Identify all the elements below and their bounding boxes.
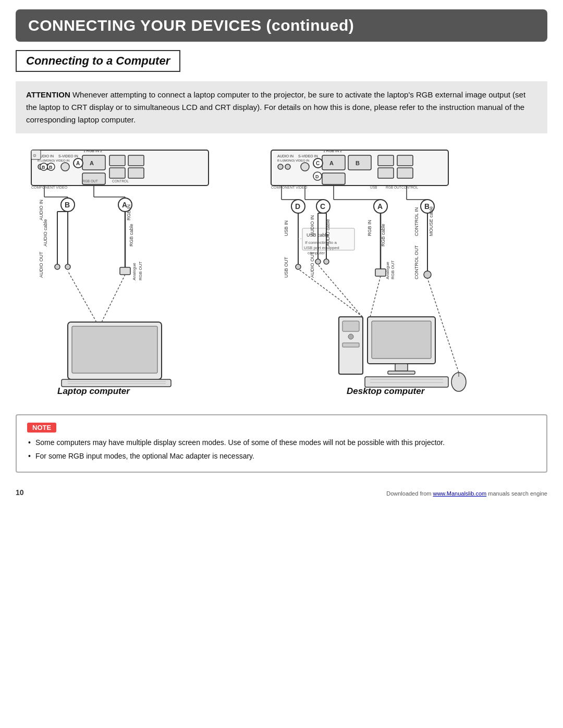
- svg-text:1    RGB IN    2: 1 RGB IN 2: [83, 149, 102, 153]
- svg-text:CONTROL: CONTROL: [401, 186, 418, 189]
- svg-text:USB port equipped: USB port equipped: [304, 245, 339, 250]
- svg-rect-123: [375, 269, 386, 276]
- svg-point-61: [278, 164, 283, 169]
- svg-point-117: [324, 259, 329, 264]
- diagram-area: AUDIO IN B L/(MONO) VIDEO IN S-VIDEO IN …: [16, 145, 547, 402]
- svg-rect-51: [72, 326, 157, 373]
- page-container: CONNECTING YOUR DEVICES (continued) Conn…: [0, 9, 563, 728]
- svg-text:MOUSE cable: MOUSE cable: [429, 206, 434, 236]
- svg-point-40: [55, 264, 60, 269]
- svg-rect-46: [120, 267, 130, 275]
- svg-text:RGB OUT: RGB OUT: [390, 260, 395, 279]
- svg-text:S-VIDEO IN: S-VIDEO IN: [58, 154, 78, 158]
- svg-rect-144: [342, 343, 359, 347]
- svg-rect-78: [397, 168, 413, 178]
- attention-text: Whenever attempting to connect a laptop …: [26, 90, 525, 124]
- svg-text:D: D: [315, 174, 319, 179]
- svg-text:COMPONENT VIDEO: COMPONENT VIDEO: [271, 186, 308, 189]
- svg-rect-76: [397, 155, 413, 166]
- svg-text:RGB IN: RGB IN: [367, 220, 372, 236]
- svg-text:AUDIO cable: AUDIO cable: [325, 219, 331, 246]
- svg-rect-15: [109, 155, 125, 166]
- svg-text:Desktop computer: Desktop computer: [347, 386, 425, 396]
- svg-text:USB IN: USB IN: [284, 220, 289, 236]
- note-item-2: For some RGB input modes, the optional M…: [27, 450, 536, 462]
- svg-point-105: [296, 264, 301, 269]
- svg-line-145: [318, 265, 362, 317]
- svg-rect-142: [342, 321, 359, 331]
- desktop-diagram-svg: AUDIO IN B L/(MONO) VIDEO IN S-VIDEO IN …: [266, 145, 542, 400]
- svg-text:B: B: [49, 165, 53, 170]
- svg-line-55: [68, 271, 96, 322]
- svg-text:AUDIO cable: AUDIO cable: [43, 219, 48, 246]
- svg-text:Analogue: Analogue: [385, 262, 390, 279]
- svg-text:RGB OUT: RGB OUT: [82, 179, 98, 183]
- svg-point-129: [424, 271, 431, 278]
- header-banner: CONNECTING YOUR DEVICES (continued): [16, 9, 547, 42]
- svg-text:If connecting to a: If connecting to a: [305, 240, 337, 245]
- svg-text:B  L/(MONO) VIDEO IN: B L/(MONO) VIDEO IN: [277, 159, 309, 162]
- svg-point-41: [65, 264, 70, 269]
- svg-text:AUDIO IN: AUDIO IN: [310, 215, 315, 236]
- svg-text:USB: USB: [370, 186, 377, 189]
- svg-rect-66: [322, 155, 345, 170]
- svg-text:CONTROL OUT: CONTROL OUT: [414, 245, 419, 279]
- svg-text:CONTROL: CONTROL: [112, 179, 129, 183]
- svg-text:⊙: ⊙: [33, 153, 36, 158]
- svg-text:RGB OUT: RGB OUT: [138, 261, 143, 280]
- diagram-left: AUDIO IN B L/(MONO) VIDEO IN S-VIDEO IN …: [16, 145, 255, 402]
- svg-rect-72: [322, 173, 345, 184]
- svg-text:B: B: [356, 160, 360, 166]
- svg-text:C: C: [316, 161, 320, 166]
- svg-text:USB OUT: USB OUT: [284, 256, 289, 278]
- svg-text:RGB cable: RGB cable: [129, 224, 134, 246]
- note-label: NOTE: [27, 423, 56, 433]
- svg-rect-135: [388, 371, 415, 374]
- svg-rect-52: [62, 379, 171, 387]
- svg-text:A: A: [329, 160, 334, 166]
- svg-rect-75: [378, 155, 394, 166]
- svg-point-6: [61, 163, 69, 171]
- svg-text:B  L/(MONO) VIDEO IN: B L/(MONO) VIDEO IN: [38, 159, 69, 162]
- svg-text:COMPONENT VIDEO: COMPONENT VIDEO: [31, 186, 68, 189]
- svg-rect-134: [395, 364, 408, 371]
- svg-text:Analogue: Analogue: [132, 263, 137, 280]
- svg-point-62: [285, 164, 290, 169]
- svg-rect-17: [109, 168, 125, 178]
- svg-text:AUDIO OUT: AUDIO OUT: [310, 251, 315, 278]
- footer-link: Downloaded from www.Manualslib.com manua…: [386, 490, 547, 497]
- attention-box: ATTENTION Whenever attempting to connect…: [16, 81, 547, 133]
- svg-text:B: B: [65, 201, 70, 209]
- svg-text:D: D: [295, 202, 300, 211]
- svg-point-143: [348, 334, 353, 339]
- manualslib-link[interactable]: www.Manualslib.com: [433, 490, 486, 497]
- svg-rect-133: [372, 321, 431, 359]
- svg-rect-70: [348, 155, 371, 170]
- svg-text:A: A: [377, 202, 383, 211]
- svg-text:A: A: [76, 161, 80, 166]
- svg-rect-77: [378, 168, 394, 178]
- svg-text:RGB OUT: RGB OUT: [386, 186, 401, 189]
- page-footer: 10 Downloaded from www.Manualslib.com ma…: [16, 488, 547, 497]
- section-title: Connecting to a Computer: [26, 54, 170, 68]
- svg-point-116: [315, 259, 321, 264]
- svg-text:S-VIDEO IN: S-VIDEO IN: [298, 154, 318, 158]
- svg-rect-8: [82, 155, 105, 170]
- svg-text:RGB IN: RGB IN: [126, 204, 131, 220]
- attention-label: ATTENTION: [26, 90, 70, 99]
- diagram-right: AUDIO IN B L/(MONO) VIDEO IN S-VIDEO IN …: [266, 145, 547, 402]
- page-number: 10: [16, 488, 24, 497]
- laptop-diagram-svg: AUDIO IN B L/(MONO) VIDEO IN S-VIDEO IN …: [16, 145, 245, 400]
- svg-line-146: [370, 276, 381, 317]
- note-item-1: Some computers may have multiple display…: [27, 437, 536, 448]
- svg-rect-18: [128, 168, 144, 178]
- svg-rect-16: [128, 155, 144, 166]
- svg-text:B: B: [42, 165, 45, 170]
- svg-rect-136: [365, 377, 448, 387]
- svg-text:AUDIO OUT: AUDIO OUT: [39, 251, 44, 278]
- svg-text:C: C: [320, 202, 325, 211]
- note-box: NOTE Some computers may have multiple di…: [16, 414, 547, 473]
- svg-text:A: A: [90, 160, 94, 166]
- svg-text:AUDIO IN: AUDIO IN: [39, 200, 44, 220]
- svg-line-56: [102, 275, 125, 322]
